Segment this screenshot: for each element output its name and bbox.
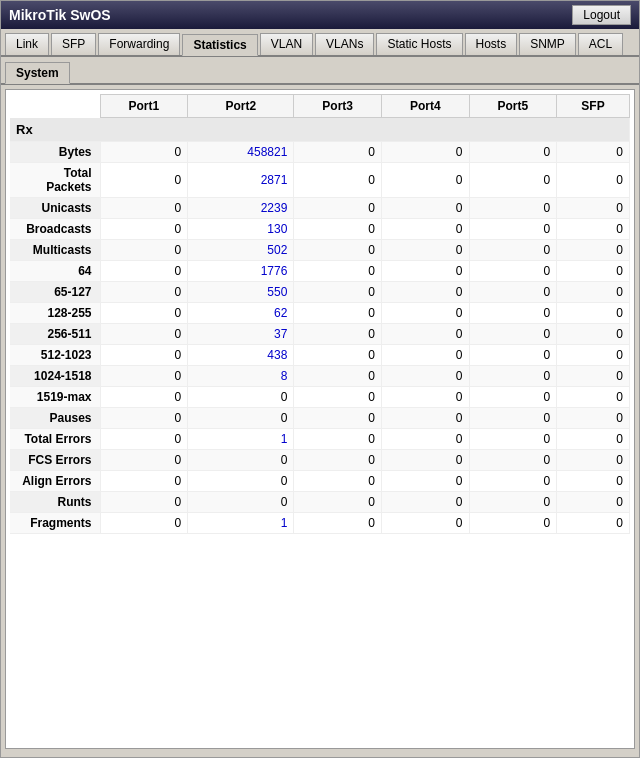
- cell-value: 0: [557, 366, 630, 387]
- cell-value: 1776: [188, 261, 294, 282]
- table-row: Total Packets028710000: [10, 163, 630, 198]
- nav-tab-acl[interactable]: ACL: [578, 33, 623, 55]
- row-label-64: 64: [10, 261, 100, 282]
- title-bar: MikroTik SwOS Logout: [1, 1, 639, 29]
- cell-value: 0: [100, 513, 188, 534]
- cell-value: 0: [294, 408, 382, 429]
- cell-value: 0: [100, 261, 188, 282]
- cell-value: 0: [381, 282, 469, 303]
- nav-tab-link[interactable]: Link: [5, 33, 49, 55]
- section-rx: Rx: [10, 118, 630, 142]
- cell-value: 0: [381, 429, 469, 450]
- sub-tab-system[interactable]: System: [5, 62, 70, 84]
- cell-value: 0: [100, 303, 188, 324]
- row-label-256-511: 256-511: [10, 324, 100, 345]
- cell-value: 0: [381, 513, 469, 534]
- table-row: 512-102304380000: [10, 345, 630, 366]
- cell-value: 0: [294, 471, 382, 492]
- cell-value: 0: [557, 513, 630, 534]
- cell-value: 0: [100, 282, 188, 303]
- cell-value: 0: [381, 303, 469, 324]
- cell-value: 0: [469, 303, 557, 324]
- cell-value: 0: [557, 387, 630, 408]
- nav-tabs: LinkSFPForwardingStatisticsVLANVLANsStat…: [1, 29, 639, 57]
- table-row: 64017760000: [10, 261, 630, 282]
- nav-tab-snmp[interactable]: SNMP: [519, 33, 576, 55]
- cell-value: 0: [469, 450, 557, 471]
- row-label-1519-max: 1519-max: [10, 387, 100, 408]
- cell-value: 0: [381, 408, 469, 429]
- row-label-1024-1518: 1024-1518: [10, 366, 100, 387]
- app-title: MikroTik SwOS: [9, 7, 111, 23]
- logout-button[interactable]: Logout: [572, 5, 631, 25]
- cell-value: 0: [294, 163, 382, 198]
- cell-value: 2239: [188, 198, 294, 219]
- content-area: Port1Port2Port3Port4Port5SFP RxBytes0458…: [5, 89, 635, 749]
- col-header-port2: Port2: [188, 95, 294, 118]
- cell-value: 0: [381, 142, 469, 163]
- cell-value: 0: [294, 366, 382, 387]
- cell-value: 0: [469, 261, 557, 282]
- row-label-pauses: Pauses: [10, 408, 100, 429]
- table-row: 256-5110370000: [10, 324, 630, 345]
- nav-tab-vlans[interactable]: VLANs: [315, 33, 374, 55]
- cell-value: 0: [381, 198, 469, 219]
- col-header-port5: Port5: [469, 95, 557, 118]
- cell-value: 0: [294, 282, 382, 303]
- col-header-port3: Port3: [294, 95, 382, 118]
- cell-value: 0: [557, 303, 630, 324]
- cell-value: 0: [381, 345, 469, 366]
- nav-tab-vlan[interactable]: VLAN: [260, 33, 313, 55]
- cell-value: 0: [557, 198, 630, 219]
- cell-value: 8: [188, 366, 294, 387]
- cell-value: 0: [100, 219, 188, 240]
- cell-value: 0: [294, 240, 382, 261]
- table-row: 128-2550620000: [10, 303, 630, 324]
- cell-value: 0: [188, 408, 294, 429]
- nav-tab-sfp[interactable]: SFP: [51, 33, 96, 55]
- cell-value: 0: [469, 240, 557, 261]
- cell-value: 2871: [188, 163, 294, 198]
- cell-value: 0: [381, 387, 469, 408]
- row-label-fcs-errors: FCS Errors: [10, 450, 100, 471]
- table-row: Bytes04588210000: [10, 142, 630, 163]
- cell-value: 0: [469, 387, 557, 408]
- nav-tab-static-hosts[interactable]: Static Hosts: [376, 33, 462, 55]
- column-header-row: Port1Port2Port3Port4Port5SFP: [10, 95, 630, 118]
- cell-value: 0: [100, 408, 188, 429]
- table-row: Align Errors000000: [10, 471, 630, 492]
- cell-value: 0: [469, 142, 557, 163]
- cell-value: 0: [100, 471, 188, 492]
- table-row: FCS Errors000000: [10, 450, 630, 471]
- nav-tab-forwarding[interactable]: Forwarding: [98, 33, 180, 55]
- row-label-align-errors: Align Errors: [10, 471, 100, 492]
- row-label-fragments: Fragments: [10, 513, 100, 534]
- cell-value: 0: [100, 387, 188, 408]
- col-header-port4: Port4: [381, 95, 469, 118]
- table-row: Pauses000000: [10, 408, 630, 429]
- cell-value: 0: [557, 429, 630, 450]
- cell-value: 0: [381, 471, 469, 492]
- cell-value: 0: [469, 163, 557, 198]
- row-label-broadcasts: Broadcasts: [10, 219, 100, 240]
- nav-tab-hosts[interactable]: Hosts: [465, 33, 518, 55]
- cell-value: 0: [557, 324, 630, 345]
- cell-value: 0: [469, 345, 557, 366]
- row-label-128-255: 128-255: [10, 303, 100, 324]
- cell-value: 0: [381, 240, 469, 261]
- cell-value: 0: [100, 429, 188, 450]
- sub-tabs: System: [1, 57, 639, 85]
- table-row: Runts000000: [10, 492, 630, 513]
- cell-value: 1: [188, 429, 294, 450]
- table-row: 1519-max000000: [10, 387, 630, 408]
- cell-value: 0: [381, 492, 469, 513]
- cell-value: 0: [469, 366, 557, 387]
- cell-value: 0: [100, 492, 188, 513]
- cell-value: 0: [188, 471, 294, 492]
- app-container: MikroTik SwOS Logout LinkSFPForwardingSt…: [0, 0, 640, 758]
- nav-tab-statistics[interactable]: Statistics: [182, 34, 257, 56]
- cell-value: 0: [188, 450, 294, 471]
- cell-value: 438: [188, 345, 294, 366]
- cell-value: 0: [100, 366, 188, 387]
- col-header-port1: Port1: [100, 95, 188, 118]
